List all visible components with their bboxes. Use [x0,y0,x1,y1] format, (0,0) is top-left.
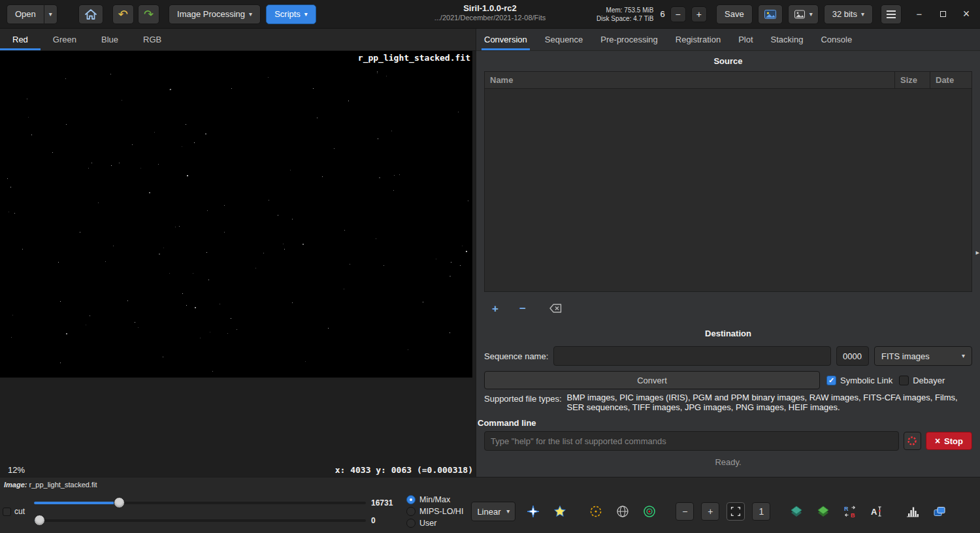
sequence-name-input[interactable] [553,346,831,366]
mips-option[interactable]: MIPS-LO/HI [406,506,463,517]
chevron-down-icon: ▾ [506,508,510,515]
tab-conversion[interactable]: Conversion [484,29,527,50]
main-content: Red Green Blue RGB r_pp_light_stacked.fi… [0,29,980,477]
undo-button[interactable]: ↶ [112,5,134,24]
tab-red[interactable]: Red [0,29,41,50]
viewer-statusbar: 12% x: 4033 y: 0063 (=0.000318) [0,465,476,477]
panel-expander[interactable]: ▸ [975,249,979,256]
open-button[interactable]: Open [7,5,44,24]
psf-fit-button[interactable] [523,502,543,521]
tab-green[interactable]: Green [41,29,89,50]
siril-window: Open ▾ ↶ ↷ Image Processing ▾ Scripts ▾ … [0,0,980,533]
convert-row: Convert ✓ Symbolic Link Debayer [484,371,972,389]
celestial-grid-button[interactable] [613,502,632,521]
image-processing-button[interactable]: Image Processing ▾ [169,5,261,24]
source-file-table[interactable]: Name Size Date [484,71,972,292]
channel-compositing-button[interactable] [787,502,806,521]
decrease-threads-button[interactable]: − [670,7,686,22]
chevron-down-icon: ▾ [861,11,864,18]
windows-cascade-button[interactable] [930,502,949,521]
debayer-checkbox[interactable] [899,376,909,385]
rgb-swap-icon: RB [843,505,857,518]
zoom-fit-button[interactable] [727,502,745,521]
rgb-align-button[interactable]: RB [840,502,860,521]
plus-icon: + [492,303,498,314]
column-header-date[interactable]: Date [930,72,972,88]
high-level-slider[interactable] [33,494,367,511]
low-level-slider[interactable] [33,511,367,529]
tab-console[interactable]: Console [821,29,852,50]
increase-threads-button[interactable]: + [691,7,707,22]
layer-split-button[interactable] [813,502,833,521]
scripts-button[interactable]: Scripts ▾ [266,5,316,24]
mips-radio[interactable] [406,507,416,516]
zoom-in-button[interactable]: + [701,502,719,521]
user-option[interactable]: User [406,518,463,529]
maximize-button[interactable] [936,7,950,22]
tab-registration[interactable]: Registration [676,29,721,50]
close-button[interactable]: × [959,7,973,22]
sequence-name-label: Sequence name: [484,351,548,361]
annotate-button[interactable]: A [867,502,887,521]
minmax-radio[interactable] [406,495,416,504]
source-list-controls: + − [484,300,972,317]
menu-button[interactable] [881,5,902,24]
snapshot-icon [794,9,806,20]
tab-sequence[interactable]: Sequence [545,29,583,50]
slider-handle[interactable] [114,497,125,508]
level-values: 16731 0 [367,494,396,529]
tab-plot[interactable]: Plot [738,29,753,50]
symbolic-link-option[interactable]: ✓ Symbolic Link [826,376,892,385]
cut-checkbox[interactable] [3,508,11,516]
home-button[interactable] [78,5,103,24]
table-header: Name Size Date [485,72,972,89]
open-recent-dropdown[interactable]: ▾ [44,5,57,24]
chevron-down-icon: ▾ [49,11,52,18]
stretch-mode-dropdown[interactable]: Linear ▾ [471,502,515,521]
status-message: Ready. [476,457,980,467]
histogram-button[interactable] [903,502,923,521]
convert-button[interactable]: Convert [484,371,820,389]
command-line-row: × Stop [484,431,972,451]
star-icon [553,505,566,518]
tab-pre-processing[interactable]: Pre-processing [600,29,657,50]
output-format-dropdown[interactable]: FITS images ▾ [874,346,972,366]
quick-save-button[interactable] [758,5,783,24]
scripts-label: Scripts [274,9,301,19]
cut-option[interactable]: cut [3,507,33,516]
zoom-100-button[interactable]: 1 [752,502,770,521]
bit-depth-dropdown[interactable]: 32 bits ▾ [824,5,873,24]
zoom-level: 12% [8,465,25,475]
start-index-input[interactable] [836,346,869,366]
add-files-button[interactable]: + [484,300,506,317]
slider-handle[interactable] [34,515,45,526]
globe-icon [616,505,629,518]
debayer-option[interactable]: Debayer [899,376,945,385]
image-label: Image: [4,481,27,489]
table-body[interactable] [485,89,972,291]
snapshot-button[interactable]: ▾ [788,5,819,24]
minimize-button[interactable]: − [912,7,926,22]
user-radio[interactable] [406,519,416,528]
command-input[interactable] [484,431,899,451]
zoom-out-button[interactable]: − [676,502,694,521]
column-header-size[interactable]: Size [894,72,930,88]
tilt-button[interactable] [640,502,659,521]
command-status-button[interactable] [904,432,921,450]
save-button[interactable]: Save [716,5,753,24]
open-split-button: Open ▾ [7,5,57,24]
bit-depth-label: 32 bits [832,9,857,19]
clear-list-button[interactable] [544,300,566,317]
tab-stacking[interactable]: Stacking [771,29,804,50]
tab-blue[interactable]: Blue [89,29,131,50]
remove-files-button[interactable]: − [512,300,534,317]
redo-button[interactable]: ↷ [138,5,159,24]
photometry-button[interactable] [586,502,606,521]
symbolic-link-checkbox[interactable]: ✓ [826,376,836,385]
stop-button[interactable]: × Stop [926,432,972,450]
image-canvas[interactable]: r_pp_light_stacked.fit [0,51,472,378]
column-header-name[interactable]: Name [485,72,894,88]
minmax-option[interactable]: Min/Max [406,494,463,506]
star-detection-button[interactable] [550,502,570,521]
tab-rgb[interactable]: RGB [131,29,174,50]
